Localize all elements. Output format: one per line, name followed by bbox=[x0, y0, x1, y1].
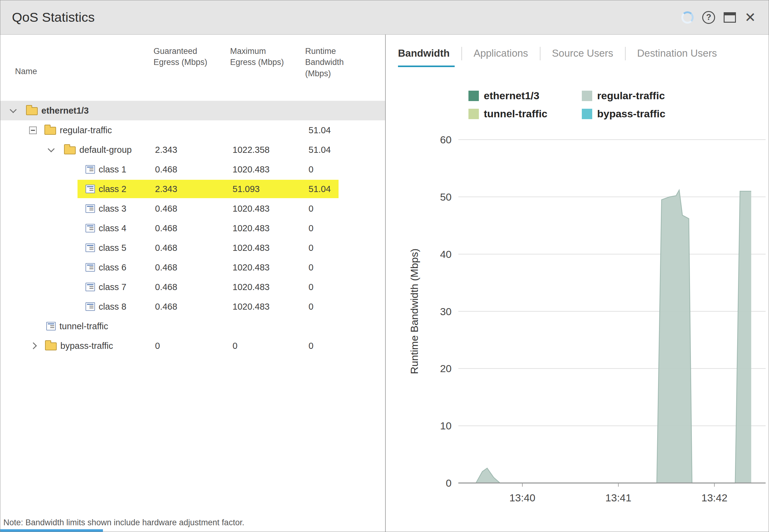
svg-text:50: 50 bbox=[440, 191, 452, 203]
cell-guaranteed: 0.468 bbox=[153, 204, 230, 214]
legend-label: regular-traffic bbox=[597, 90, 665, 102]
maximize-icon[interactable] bbox=[724, 12, 736, 23]
cell-maximum: 1020.483 bbox=[230, 302, 305, 312]
cell-maximum: 51.093 bbox=[230, 184, 305, 194]
row-name-cell: tunnel-traffic bbox=[0, 321, 153, 331]
cell-runtime: 51.04 bbox=[305, 184, 379, 194]
chart-legend: ethernet1/3regular-traffictunnel-traffic… bbox=[469, 90, 665, 120]
chevron-right-icon[interactable] bbox=[28, 343, 45, 348]
row-label: class 4 bbox=[99, 223, 126, 233]
cell-runtime: 0 bbox=[305, 223, 379, 233]
cell-guaranteed: 0.468 bbox=[153, 262, 230, 273]
row-name-cell: class 4 bbox=[0, 223, 153, 233]
horizontal-scrollbar[interactable] bbox=[0, 529, 103, 532]
cell-maximum: 1020.483 bbox=[230, 282, 305, 292]
bandwidth-chart: 010203040506013:4013:4113:42Runtime Band… bbox=[386, 123, 769, 529]
table-row[interactable]: regular-traffic51.04 bbox=[0, 120, 385, 140]
legend-item: tunnel-traffic bbox=[469, 108, 582, 120]
tab-source-users[interactable]: Source Users bbox=[541, 46, 625, 67]
cell-runtime: 51.04 bbox=[305, 145, 379, 155]
row-name-cell: ethernet1/3 bbox=[0, 106, 153, 116]
qos-class-icon bbox=[85, 224, 95, 232]
help-glyph: ? bbox=[706, 13, 711, 22]
row-name-cell: class 6 bbox=[0, 262, 153, 273]
cell-runtime: 0 bbox=[305, 204, 379, 214]
tab-destination-users[interactable]: Destination Users bbox=[626, 46, 729, 67]
row-name-cell: regular-traffic bbox=[0, 125, 153, 135]
tab-bandwidth[interactable]: Bandwidth bbox=[398, 46, 462, 67]
legend-label: tunnel-traffic bbox=[484, 108, 548, 120]
help-icon[interactable]: ? bbox=[702, 11, 715, 24]
legend-swatch bbox=[582, 91, 592, 101]
cell-guaranteed: 2.343 bbox=[153, 145, 230, 155]
table-row[interactable]: class 10.4681020.4830 bbox=[0, 160, 385, 179]
row-label: class 6 bbox=[99, 262, 126, 273]
column-header-runtime-bandwidth: Runtime Bandwidth (Mbps) bbox=[305, 46, 379, 79]
table-row[interactable]: class 22.34351.09351.04 bbox=[0, 179, 385, 199]
row-label: default-group bbox=[79, 145, 132, 155]
cell-runtime: 51.04 bbox=[305, 125, 379, 135]
cell-maximum: 1020.483 bbox=[230, 164, 305, 175]
column-header-maximum-egress: Maximum Egress (Mbps) bbox=[230, 46, 305, 79]
row-name-cell: bypass-traffic bbox=[0, 341, 153, 351]
cell-guaranteed: 0 bbox=[153, 341, 230, 351]
cell-runtime: 0 bbox=[305, 341, 379, 351]
cell-runtime: 0 bbox=[305, 302, 379, 312]
tab-applications[interactable]: Applications bbox=[462, 46, 540, 67]
row-name-cell: class 7 bbox=[0, 282, 153, 292]
qos-class-icon bbox=[85, 185, 95, 193]
folder-icon bbox=[44, 127, 56, 135]
row-name-cell: class 8 bbox=[0, 302, 153, 312]
chevron-down-icon[interactable] bbox=[47, 148, 64, 151]
svg-text:Runtime Bandwidth (Mbps): Runtime Bandwidth (Mbps) bbox=[409, 248, 420, 374]
row-label: ethernet1/3 bbox=[41, 106, 89, 116]
cell-guaranteed: 0.468 bbox=[153, 302, 230, 312]
table-row[interactable]: class 50.4681020.4830 bbox=[0, 238, 385, 258]
cell-guaranteed: 0.468 bbox=[153, 164, 230, 175]
titlebar-icons: ? ✕ bbox=[681, 11, 756, 24]
window-title: QoS Statistics bbox=[12, 10, 95, 25]
legend-swatch bbox=[582, 109, 592, 119]
legend-item: regular-traffic bbox=[582, 90, 665, 102]
svg-text:13:40: 13:40 bbox=[509, 492, 535, 504]
table-row[interactable]: class 70.4681020.4830 bbox=[0, 277, 385, 297]
row-label: class 3 bbox=[99, 204, 126, 214]
legend-item: bypass-traffic bbox=[582, 108, 665, 120]
row-name-cell: class 1 bbox=[0, 164, 153, 175]
minus-box-icon[interactable] bbox=[27, 126, 44, 134]
row-label: class 8 bbox=[99, 302, 126, 312]
close-icon[interactable]: ✕ bbox=[745, 11, 756, 24]
legend-swatch bbox=[469, 91, 479, 101]
chevron-down-icon[interactable] bbox=[9, 109, 26, 112]
chart-panel: BandwidthApplicationsSource UsersDestina… bbox=[386, 35, 769, 532]
row-name-cell: default-group bbox=[0, 145, 153, 155]
table-row[interactable]: class 30.4681020.4830 bbox=[0, 199, 385, 218]
svg-text:13:42: 13:42 bbox=[701, 492, 727, 504]
cell-maximum: 1022.358 bbox=[230, 145, 305, 155]
cell-runtime: 0 bbox=[305, 243, 379, 253]
table-row[interactable]: class 40.4681020.4830 bbox=[0, 218, 385, 238]
qos-class-icon bbox=[46, 322, 56, 330]
cell-guaranteed: 0.468 bbox=[153, 223, 230, 233]
table-header: Name Guaranteed Egress (Mbps) Maximum Eg… bbox=[0, 35, 385, 79]
table-row[interactable]: ethernet1/3 bbox=[0, 101, 385, 120]
row-label: class 2 bbox=[99, 184, 126, 194]
cell-runtime: 0 bbox=[305, 262, 379, 273]
table-row[interactable]: bypass-traffic000 bbox=[0, 336, 385, 356]
qos-class-icon bbox=[85, 283, 95, 291]
cell-maximum: 1020.483 bbox=[230, 223, 305, 233]
table-row[interactable]: class 60.4681020.4830 bbox=[0, 258, 385, 277]
column-header-name: Name bbox=[0, 46, 153, 79]
cell-runtime: 0 bbox=[305, 282, 379, 292]
qos-statistics-window: QoS Statistics ? ✕ Name Guaranteed Egres… bbox=[0, 0, 769, 532]
qos-class-icon bbox=[85, 165, 95, 174]
row-label: regular-traffic bbox=[60, 125, 112, 135]
table-row[interactable]: class 80.4681020.4830 bbox=[0, 297, 385, 316]
table-row[interactable]: tunnel-traffic bbox=[0, 316, 385, 336]
table-row[interactable]: default-group2.3431022.35851.04 bbox=[0, 140, 385, 160]
legend-item: ethernet1/3 bbox=[469, 90, 582, 102]
cell-maximum: 1020.483 bbox=[230, 204, 305, 214]
column-header-guaranteed-egress: Guaranteed Egress (Mbps) bbox=[153, 46, 230, 79]
legend-label: bypass-traffic bbox=[597, 108, 665, 120]
table-body: ethernet1/3regular-traffic51.04default-g… bbox=[0, 101, 385, 356]
